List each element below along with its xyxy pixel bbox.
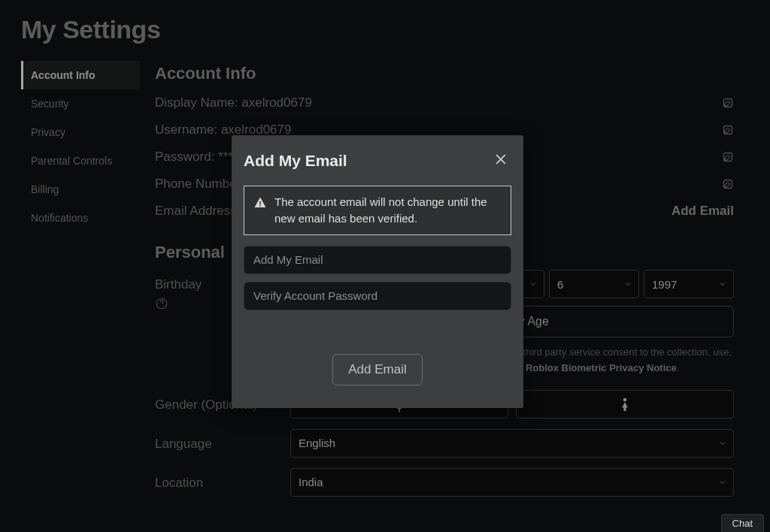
modal-title: Add My Email <box>244 152 347 170</box>
add-email-modal: Add My Email The account email will not … <box>232 135 523 408</box>
svg-rect-8 <box>259 201 261 205</box>
modal-close-button[interactable] <box>490 149 511 172</box>
chat-tab[interactable]: Chat <box>721 514 764 532</box>
modal-password-input[interactable] <box>244 282 511 310</box>
modal-warning-text: The account email will not change until … <box>274 194 502 227</box>
close-icon <box>493 152 508 167</box>
modal-add-email-button[interactable]: Add Email <box>332 354 422 385</box>
svg-rect-9 <box>259 205 261 207</box>
warning-icon <box>253 196 267 210</box>
modal-warning: The account email will not change until … <box>244 186 511 235</box>
modal-email-input[interactable] <box>244 246 511 274</box>
